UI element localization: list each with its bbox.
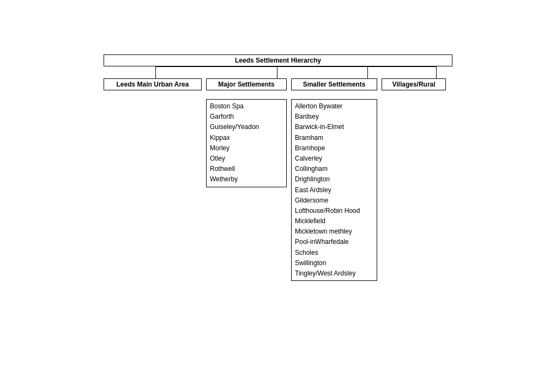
smaller-item-7: Collingham	[295, 164, 373, 174]
tree-connector-top	[104, 66, 452, 78]
smaller-item-2: Bardsey	[295, 112, 373, 122]
smaller-item-17: Tingley/West Ardsley	[295, 268, 373, 279]
tree-connector-sub	[104, 90, 452, 99]
major-item-5: Morley	[210, 143, 283, 154]
smaller-item-11: Lofthouse/Robin Hood	[295, 206, 373, 216]
header-major: Major Settlements	[206, 78, 287, 90]
smaller-item-4: Bramham	[295, 133, 373, 143]
smaller-item-10: Gildersome	[295, 195, 373, 206]
header-leeds: Leeds Main Urban Area	[104, 78, 202, 90]
major-item-4: Kippax	[210, 133, 283, 143]
data-row: Boston Spa Garforth Guiseley/Yeadon Kipp…	[104, 99, 452, 281]
smaller-item-15: Scholes	[295, 248, 373, 258]
header-smaller: Smaller Settlements	[291, 78, 377, 90]
smaller-item-6: Calverley	[295, 154, 373, 164]
smaller-item-5: Bramhope	[295, 143, 373, 154]
smaller-settlements-list: Allerton Bywater Bardsey Barwick-in-Elme…	[291, 99, 377, 281]
major-item-2: Garforth	[210, 112, 283, 122]
major-item-3: Guiseley/Yeadon	[210, 122, 283, 132]
diagram-title: Leeds Settlement Hierarchy	[104, 54, 452, 66]
header-villages: Villages/Rural	[382, 78, 446, 90]
major-item-7: Rothwell	[210, 164, 283, 174]
major-item-6: Otley	[210, 154, 283, 164]
smaller-item-3: Barwick-in-Elmet	[295, 122, 373, 132]
smaller-item-8: Drighlington	[295, 174, 373, 185]
smaller-item-16: Swillington	[295, 258, 373, 268]
headers-row: Leeds Main Urban Area Major Settlements …	[104, 78, 452, 90]
smaller-item-13: Mickletown methley	[295, 226, 373, 237]
smaller-item-12: Micklefield	[295, 216, 373, 226]
major-settlements-list: Boston Spa Garforth Guiseley/Yeadon Kipp…	[206, 99, 287, 187]
smaller-item-9: East Ardsley	[295, 185, 373, 195]
major-item-8: Wetherby	[210, 174, 283, 185]
smaller-item-14: Pool-inWharfedale	[295, 237, 373, 247]
